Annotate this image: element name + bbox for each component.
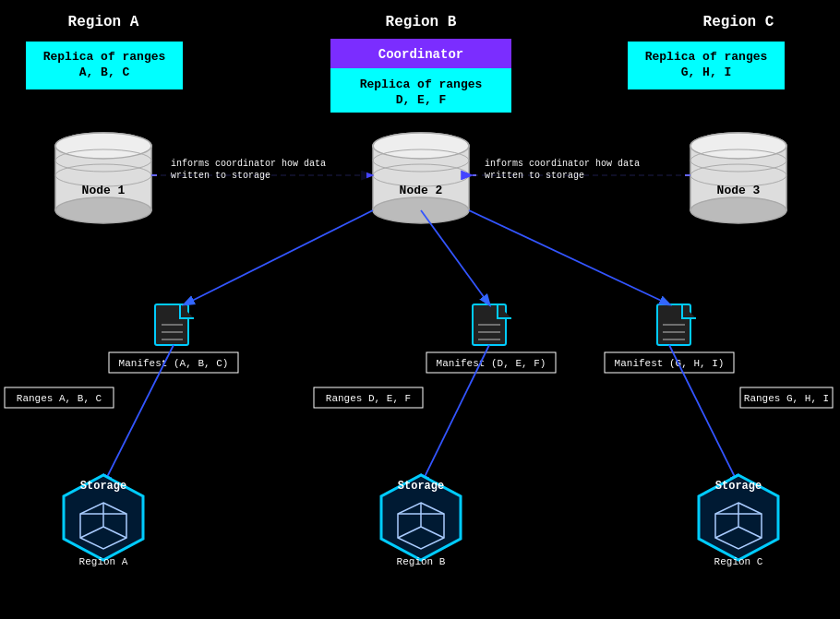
svg-rect-16 [159, 152, 366, 184]
storage-a-title: Storage [80, 480, 126, 493]
arrow-manifest-def-storage [421, 345, 489, 484]
svg-point-11 [373, 149, 469, 172]
svg-marker-43 [715, 503, 762, 549]
cyan-box-c [628, 42, 785, 89]
arrow-label-1b: written to storage [171, 171, 270, 181]
storage-c-title: Storage [715, 480, 762, 493]
manifest-def-icon [473, 304, 506, 345]
svg-rect-32 [740, 387, 833, 408]
svg-line-42 [421, 527, 444, 538]
arrow-node2-manifest-ghi [469, 210, 669, 304]
svg-line-37 [103, 527, 126, 538]
arrow-manifest-ghi-storage [669, 345, 738, 484]
node3-label: Node 3 [717, 184, 761, 197]
storage-a-region: Region A [79, 556, 128, 567]
svg-rect-28 [426, 352, 556, 373]
storage-b-region: Region B [397, 556, 446, 567]
svg-point-10 [373, 133, 469, 159]
svg-line-36 [80, 527, 103, 538]
svg-text:G, H, I: G, H, I [681, 65, 732, 79]
svg-line-47 [738, 527, 762, 538]
svg-text:D, E, F: D, E, F [396, 93, 447, 107]
manifest-ghi-fold [682, 304, 696, 318]
svg-rect-17 [476, 152, 684, 184]
storage-c-region: Region C [714, 556, 763, 567]
svg-line-41 [398, 527, 421, 538]
svg-point-13 [690, 133, 786, 159]
arrow-manifest-abc-storage [103, 345, 174, 484]
svg-point-8 [55, 149, 151, 172]
node3-top [690, 133, 786, 159]
svg-point-14 [690, 149, 786, 172]
svg-rect-31 [314, 387, 423, 408]
node2-bottom [373, 197, 469, 223]
arrow-label-1a: informs coordinator how data [171, 159, 326, 169]
svg-rect-30 [5, 387, 114, 408]
region-b-label: Region B [386, 14, 457, 30]
manifest-def-fold [498, 304, 511, 318]
manifest-ghi-icon [657, 304, 690, 345]
arrow-label-2a: informs coordinator how data [485, 159, 640, 169]
node1-bottom [55, 197, 151, 223]
svg-point-15 [690, 164, 786, 186]
manifest-def-label: Manifest (D, E, F) [437, 358, 546, 369]
svg-text:Replica of ranges: Replica of ranges [43, 50, 166, 64]
manifest-abc-label: Manifest (A, B, C) [119, 358, 229, 369]
node2-body [373, 146, 469, 210]
node3-bottom [690, 197, 786, 223]
node2-top [373, 133, 469, 159]
coordinator-sub-box [330, 68, 511, 113]
svg-text:Replica of ranges: Replica of ranges [645, 50, 768, 64]
svg-point-9 [55, 164, 151, 186]
region-c-label: Region C [703, 14, 774, 30]
node1-label: Node 1 [82, 184, 126, 197]
ranges-ghi-label: Ranges G, H, I [744, 393, 829, 404]
manifest-abc-icon [155, 304, 188, 345]
svg-rect-27 [109, 352, 238, 373]
svg-layer: Region A Region B Region C Replica of ra… [0, 0, 840, 619]
arrow-label-2b: written to storage [485, 171, 584, 181]
svg-text:Replica of ranges: Replica of ranges [360, 77, 483, 91]
storage-b-title: Storage [398, 480, 444, 493]
svg-line-46 [715, 527, 738, 538]
arrow-node2-manifest-abc [185, 210, 373, 304]
svg-text:Coordinator: Coordinator [378, 47, 463, 62]
ranges-def-label: Ranges D, E, F [326, 393, 411, 404]
node1-top [55, 133, 151, 159]
manifest-ghi-label: Manifest (G, H, I) [615, 358, 725, 369]
svg-point-7 [55, 133, 151, 159]
svg-marker-33 [80, 503, 126, 549]
ranges-abc-label: Ranges A, B, C [17, 393, 102, 404]
storage-b-hex [381, 475, 461, 560]
diagram: Region A Region B Region C Replica of ra… [0, 0, 840, 619]
arrow-node2-manifest-def [421, 210, 489, 304]
node2-label: Node 2 [400, 184, 443, 197]
coordinator-box [330, 39, 511, 68]
region-a-label: Region A [68, 14, 139, 30]
svg-rect-29 [605, 352, 734, 373]
svg-text:A, B, C: A, B, C [79, 65, 130, 79]
manifest-abc-fold [180, 304, 194, 318]
storage-c-hex [699, 475, 778, 560]
node3-body [690, 146, 786, 210]
node1-body [55, 146, 151, 210]
svg-marker-38 [398, 503, 444, 549]
storage-a-hex [64, 475, 143, 560]
cyan-box-a [26, 42, 183, 89]
svg-point-12 [373, 164, 469, 186]
